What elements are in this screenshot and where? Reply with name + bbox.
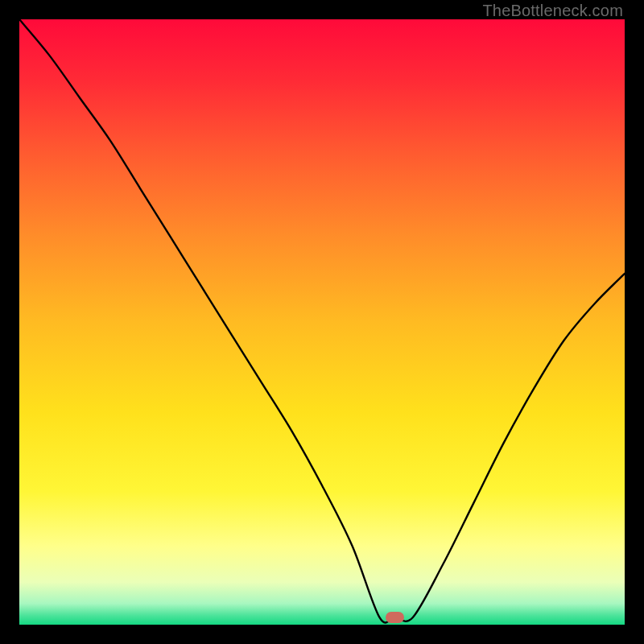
- plot-area: [19, 19, 625, 625]
- bottleneck-curve: [19, 19, 625, 625]
- chart-frame: TheBottleneck.com: [0, 0, 644, 644]
- optimum-marker: [386, 612, 404, 623]
- watermark-text: TheBottleneck.com: [482, 2, 623, 20]
